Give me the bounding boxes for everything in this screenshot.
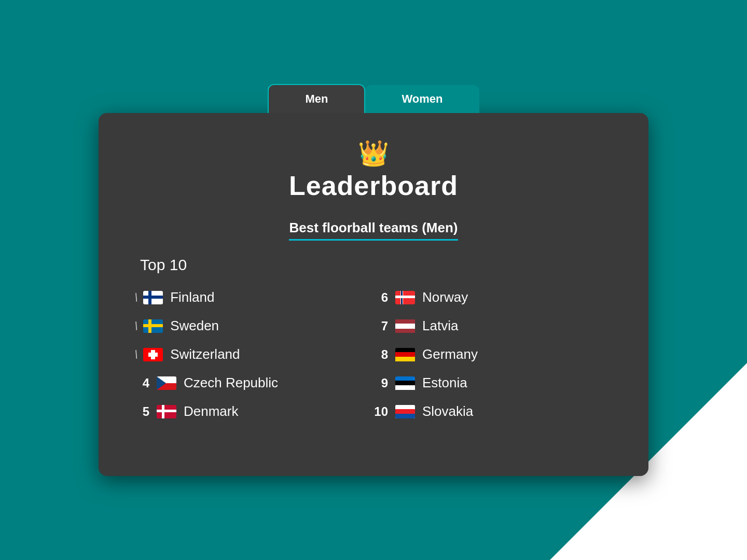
rank-number: 6 xyxy=(374,290,388,305)
leaderboard-card: 👑 Leaderboard Best floorball teams (Men)… xyxy=(99,113,648,476)
list-item: 10 Slovakia xyxy=(374,398,612,425)
rank-number: 9 xyxy=(374,376,388,390)
team-name: Norway xyxy=(422,289,468,305)
list-item: / Finland xyxy=(135,284,374,311)
team-name: Finland xyxy=(170,289,214,305)
leaderboard-subtitle: Best floorball teams (Men) xyxy=(289,220,458,241)
list-item: 6 Norway xyxy=(374,284,612,311)
tab-men[interactable]: Men xyxy=(268,84,365,113)
top10-label: Top 10 xyxy=(140,256,612,274)
rank-number: 4 xyxy=(135,376,149,390)
flag-detail xyxy=(401,291,403,304)
rank-number: 5 xyxy=(135,404,149,419)
list-item: 9 Estonia xyxy=(374,370,612,396)
teams-grid: / Finland / Sweden / Switzerland xyxy=(135,284,612,425)
team-name: Sweden xyxy=(170,318,219,334)
flag-detail xyxy=(395,296,415,298)
rank-number: 10 xyxy=(374,404,388,419)
crown-icon: 👑 xyxy=(135,139,612,168)
stick-icon: / xyxy=(133,319,141,333)
flag-norway xyxy=(395,291,415,304)
rank-number: 8 xyxy=(374,347,388,362)
list-item: / Switzerland xyxy=(135,341,374,368)
list-item: 7 Latvia xyxy=(374,313,612,339)
team-name: Czech Republic xyxy=(184,375,278,391)
list-item: 8 Germany xyxy=(374,341,612,368)
flag-czech-republic xyxy=(157,376,176,390)
card-header: 👑 Leaderboard Best floorball teams (Men) xyxy=(135,139,612,241)
stick-icon: / xyxy=(133,347,141,361)
list-item: 5 Denmark xyxy=(135,398,374,425)
right-column: 6 Norway 7 Latvia 8 Germ xyxy=(374,284,612,425)
team-name: Latvia xyxy=(422,318,458,334)
flag-detail xyxy=(395,409,415,414)
flag-sweden xyxy=(143,319,163,333)
flag-germany xyxy=(395,348,415,361)
team-name: Slovakia xyxy=(422,403,473,419)
team-name: Switzerland xyxy=(170,346,240,362)
rank-number: 7 xyxy=(374,319,388,333)
team-name: Germany xyxy=(422,346,478,362)
list-item: 4 Czech Republic xyxy=(135,370,374,396)
flag-estonia xyxy=(395,376,415,390)
stick-icon: / xyxy=(133,290,141,304)
flag-switzerland xyxy=(143,348,163,361)
tab-bar: Men Women xyxy=(268,84,479,113)
flag-finland xyxy=(143,291,163,304)
flag-denmark xyxy=(157,405,176,418)
list-item: / Sweden xyxy=(135,313,374,339)
flag-latvia xyxy=(395,319,415,333)
team-name: Estonia xyxy=(422,375,467,391)
tab-women[interactable]: Women xyxy=(365,85,479,113)
left-column: / Finland / Sweden / Switzerland xyxy=(135,284,374,425)
flag-slovakia xyxy=(395,405,415,418)
team-name: Denmark xyxy=(184,403,238,419)
main-container: Men Women 👑 Leaderboard Best floorball t… xyxy=(99,84,648,476)
leaderboard-title: Leaderboard xyxy=(135,170,612,201)
